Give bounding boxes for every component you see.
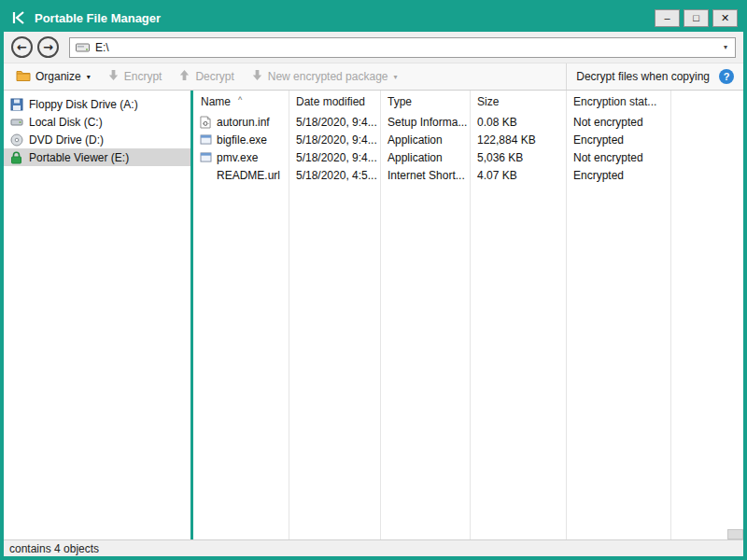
organize-dropdown-icon: ▾: [87, 73, 91, 81]
sidebar-item-label: DVD Drive (D:): [29, 133, 104, 147]
column-separator: [566, 91, 567, 539]
file-name-cell: autorun.inf: [193, 116, 289, 129]
setup-file-icon: [199, 116, 212, 129]
status-bar: contains 4 objects: [4, 539, 743, 556]
file-name-cell: pmv.exe: [193, 151, 289, 164]
address-dropdown-icon[interactable]: ▾: [720, 43, 731, 51]
toolbar-right-group: Decrypt files when copying ?: [566, 63, 743, 90]
file-row-bigfile-exe[interactable]: bigfile.exe 5/18/2020, 9:4... Applicatio…: [193, 131, 743, 148]
maximize-button[interactable]: □: [684, 9, 709, 27]
new-package-dropdown-icon: ▾: [394, 73, 398, 81]
app-window: Portable File Manager – □ ✕ ← → E:\ ▾ Or…: [0, 0, 747, 560]
sort-indicator-icon: ^: [238, 95, 242, 105]
column-header-label: Name: [201, 95, 231, 108]
file-row-autorun-inf[interactable]: autorun.inf 5/18/2020, 9:4... Setup Info…: [193, 113, 743, 131]
floppy-disk-icon: [9, 98, 23, 111]
navigation-bar: ← → E:\ ▾: [4, 32, 743, 63]
file-row-readme-url[interactable]: README.url 5/18/2020, 4:5... Internet Sh…: [193, 166, 743, 184]
file-date: 5/18/2020, 9:4...: [289, 116, 380, 129]
back-button[interactable]: ←: [11, 36, 33, 58]
titlebar[interactable]: Portable File Manager – □ ✕: [4, 4, 743, 32]
application-icon: [199, 152, 212, 162]
sidebar-item-floppy-drive[interactable]: Floppy Disk Drive (A:): [4, 95, 190, 113]
file-list-header: Name^ Date modified Type Size Encryption…: [193, 91, 743, 113]
kaspersky-logo-icon: [11, 10, 26, 25]
file-name: pmv.exe: [217, 151, 258, 164]
close-button[interactable]: ✕: [712, 9, 738, 27]
toolbar: Organize ▾ Encrypt Decrypt New encrypted…: [4, 63, 743, 91]
drives-sidebar: Floppy Disk Drive (A:) Local Disk (C:) D…: [4, 91, 190, 539]
file-size: 122,884 KB: [470, 133, 566, 147]
organize-label: Organize: [35, 70, 81, 83]
new-encrypted-package-label: New encrypted package: [268, 70, 388, 83]
file-date: 5/18/2020, 9:4...: [289, 133, 380, 147]
sidebar-item-dvd-drive[interactable]: DVD Drive (D:): [4, 131, 190, 148]
file-type: Application: [380, 151, 470, 164]
organize-button[interactable]: Organize ▾: [7, 63, 99, 90]
file-encryption-status: Not encrypted: [566, 151, 670, 164]
hard-disk-icon: [9, 116, 23, 129]
window-title: Portable File Manager: [35, 11, 655, 25]
sidebar-item-portable-viewer[interactable]: Portable Viewer (E:): [4, 148, 190, 166]
address-bar[interactable]: E:\ ▾: [69, 37, 736, 58]
encrypt-label: Encrypt: [124, 70, 162, 83]
encrypt-button[interactable]: Encrypt: [99, 63, 171, 90]
lock-icon: [9, 151, 23, 164]
status-text: contains 4 objects: [9, 542, 99, 555]
sidebar-item-label: Portable Viewer (E:): [29, 151, 129, 164]
help-icon[interactable]: ?: [719, 69, 734, 84]
encrypt-arrow-icon: [107, 69, 120, 84]
column-header-date-modified[interactable]: Date modified: [289, 95, 380, 108]
column-header-size[interactable]: Size: [470, 95, 566, 108]
file-date: 5/18/2020, 9:4...: [289, 151, 380, 164]
decrypt-button[interactable]: Decrypt: [170, 63, 242, 90]
column-separator: [380, 91, 381, 539]
scrollbar-corner: [727, 529, 743, 539]
main-area: Floppy Disk Drive (A:) Local Disk (C:) D…: [4, 91, 743, 539]
sidebar-item-label: Local Disk (C:): [29, 116, 103, 129]
new-encrypted-package-button[interactable]: New encrypted package ▾: [243, 63, 406, 90]
file-name: bigfile.exe: [217, 133, 267, 147]
file-row-pmv-exe[interactable]: pmv.exe 5/18/2020, 9:4... Application 5,…: [193, 148, 743, 166]
file-name: autorun.inf: [217, 116, 270, 129]
address-text: E:\: [95, 41, 720, 54]
sidebar-item-local-disk[interactable]: Local Disk (C:): [4, 113, 190, 131]
file-size: 4.07 KB: [470, 169, 566, 182]
file-name-cell: README.url: [193, 169, 289, 182]
file-encryption-status: Encrypted: [566, 133, 670, 147]
decrypt-when-copying-label: Decrypt files when copying: [576, 70, 710, 83]
column-header-type[interactable]: Type: [380, 95, 470, 108]
window-controls: – □ ✕: [655, 9, 738, 27]
decrypt-label: Decrypt: [195, 70, 233, 83]
forward-button[interactable]: →: [37, 36, 59, 58]
application-icon: [199, 134, 212, 145]
package-arrow-icon: [251, 69, 263, 84]
dvd-disc-icon: [9, 133, 23, 147]
file-date: 5/18/2020, 4:5...: [289, 169, 380, 182]
column-header-name[interactable]: Name^: [193, 95, 289, 108]
file-encryption-status: Encrypted: [566, 169, 670, 182]
decrypt-arrow-icon: [178, 69, 190, 84]
file-name: README.url: [217, 169, 280, 182]
file-list: Name^ Date modified Type Size Encryption…: [193, 91, 743, 539]
file-name-cell: bigfile.exe: [193, 133, 289, 147]
file-type: Setup Informa...: [380, 116, 470, 129]
sidebar-item-label: Floppy Disk Drive (A:): [29, 98, 138, 111]
column-separator: [289, 91, 289, 539]
file-type: Application: [380, 133, 470, 147]
column-header-encryption-status[interactable]: Encryption stat...: [566, 95, 670, 108]
file-size: 5,036 KB: [470, 151, 566, 164]
file-type: Internet Short...: [380, 169, 470, 182]
file-size: 0.08 KB: [470, 116, 566, 129]
column-separator: [670, 91, 671, 539]
minimize-button[interactable]: –: [655, 9, 680, 27]
column-separator: [470, 91, 471, 539]
folder-icon: [16, 69, 31, 84]
file-encryption-status: Not encrypted: [566, 116, 670, 129]
drive-icon: [76, 39, 90, 56]
